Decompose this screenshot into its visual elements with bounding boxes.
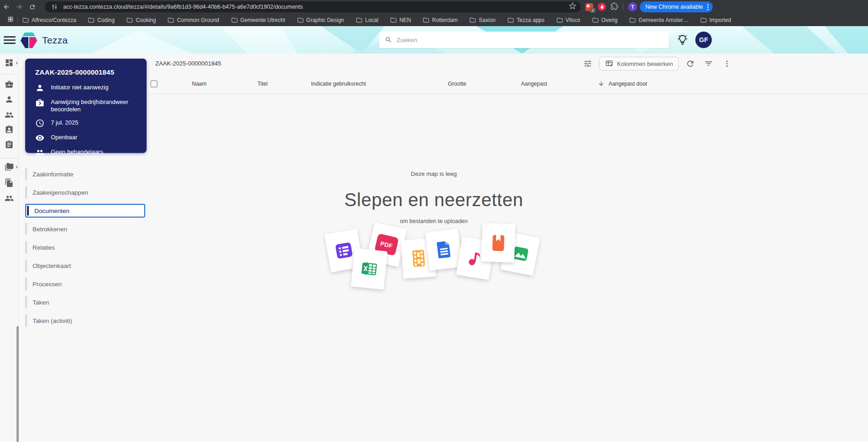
refresh-icon[interactable]	[26, 0, 38, 13]
column-header-indicatie[interactable]: Indicatie gebruiksrecht	[311, 81, 366, 87]
bookmark-folder[interactable]: Rotterdam	[423, 17, 458, 23]
document-file-card	[425, 229, 463, 271]
column-header-aangepast-door[interactable]: Aangepast door	[609, 81, 648, 87]
documents-icon[interactable]	[5, 178, 14, 189]
site-info-icon[interactable]	[49, 2, 60, 12]
dashboard-icon[interactable]	[5, 58, 14, 69]
nav-item-documenten[interactable]: Documenten	[25, 204, 145, 218]
case-visibility-row: Openbaar	[35, 134, 137, 142]
form-file-icon	[333, 240, 355, 262]
browser-profile-avatar[interactable]: T	[628, 2, 637, 11]
forward-icon[interactable]	[13, 0, 26, 13]
bookmark-folder[interactable]: Coding	[88, 17, 115, 23]
more-options-icon[interactable]	[720, 57, 734, 71]
bookmark-folder[interactable]: Cooking	[126, 17, 156, 23]
extension-red-icon[interactable]: 2	[585, 3, 593, 11]
people-icon[interactable]	[5, 110, 14, 121]
nav-item-taken-activiti[interactable]: Taken (activiti)	[25, 314, 145, 327]
case-section-nav: Zaakinformatie Zaakeigenschappen Documen…	[25, 167, 145, 332]
case-task-row: Aanwijzing bedrijfsbrandweer beoordelen	[35, 98, 137, 113]
bookmark-folder[interactable]: Vlisco	[557, 17, 580, 23]
bookmark-folder[interactable]: Local	[356, 17, 378, 23]
video-file-icon	[409, 248, 429, 269]
assignment-person-icon[interactable]	[5, 125, 14, 136]
column-header-titel[interactable]: Titel	[257, 81, 267, 87]
folders-icon[interactable]	[5, 162, 14, 173]
team-icon[interactable]	[5, 194, 14, 205]
chrome-menu-icon[interactable]	[706, 4, 710, 10]
documents-toolbar: ZAAK-2025-0000001845 Kolommen bewerken	[147, 54, 868, 74]
expand-folders-chevron-icon[interactable]	[14, 164, 20, 172]
bookmark-folder[interactable]: Graphic Design	[297, 17, 344, 23]
workspace: ZAAK-2025-0000001845 Initiator niet aanw…	[0, 54, 868, 442]
bookmark-folder[interactable]: Saxion	[469, 17, 496, 23]
breadcrumb[interactable]: ZAAK-2025-0000001845	[155, 60, 221, 67]
bookmark-folder[interactable]: Tezza apps	[508, 17, 545, 23]
scrollbar-thumb[interactable]	[16, 326, 19, 442]
filter-list-icon[interactable]	[702, 57, 715, 71]
apps-grid-icon[interactable]	[7, 16, 14, 24]
extension-badge: 2	[590, 8, 595, 13]
nav-item-zaakinformatie[interactable]: Zaakinformatie	[25, 167, 145, 181]
empty-folder-message: Deze map is leeg	[147, 170, 720, 177]
cases-icon[interactable]	[5, 80, 14, 91]
address-bar[interactable]: acc-tezza.contezza.cloud/tezza/#/details…	[45, 1, 581, 12]
assignment-icon[interactable]	[5, 140, 14, 151]
column-header-aangepast[interactable]: Aangepast	[521, 81, 547, 87]
nav-item-objectenkaart[interactable]: Objectenkaart	[25, 259, 145, 273]
edit-columns-button[interactable]: Kolommen bewerken	[599, 57, 679, 71]
back-icon[interactable]	[0, 0, 13, 13]
search-input[interactable]	[397, 37, 663, 44]
adblock-hand-icon[interactable]	[598, 3, 606, 11]
screen: acc-tezza.contezza.cloud/tezza/#/details…	[0, 0, 868, 442]
column-header-grootte[interactable]: Grootte	[448, 81, 466, 87]
bookmark-folder[interactable]: Gemeente Amster…	[629, 17, 688, 23]
user-avatar[interactable]: GF	[695, 32, 712, 48]
people-icon	[35, 148, 44, 157]
divider	[0, 158, 19, 158]
chrome-update-pill[interactable]: New Chrome available	[640, 1, 713, 12]
divider	[17, 17, 18, 23]
case-initiator-label: Initiator niet aanwezig	[51, 84, 109, 91]
column-header-naam[interactable]: Naam	[192, 81, 207, 87]
case-date-label: 7 jul. 2025	[51, 119, 78, 126]
bookmark-folder[interactable]: Gemeente Utrecht	[231, 17, 285, 23]
bookmark-folder[interactable]: Common Ground	[168, 17, 219, 23]
case-task-label: Aanwijzing bedrijfsbrandweer beoordelen	[51, 98, 137, 113]
bookmark-folder[interactable]: Imported	[700, 17, 731, 23]
person-icon[interactable]	[5, 95, 14, 106]
tezza-logo-icon	[20, 31, 38, 49]
refresh-list-icon[interactable]	[683, 57, 697, 71]
sort-descending-icon[interactable]	[598, 80, 605, 89]
bookmark-folder[interactable]: Overig	[592, 17, 617, 23]
book-file-card	[481, 223, 516, 262]
book-file-icon	[488, 233, 508, 252]
search-icon	[385, 36, 392, 44]
brand[interactable]: Tezza	[20, 31, 68, 49]
browser-toolbar: acc-tezza.contezza.cloud/tezza/#/details…	[0, 0, 868, 14]
nav-item-zaakeigenschappen[interactable]: Zaakeigenschappen	[25, 186, 145, 199]
edit-columns-icon	[605, 60, 613, 68]
left-icon-rail	[0, 54, 19, 442]
bookmark-star-icon[interactable]	[569, 2, 576, 11]
empty-state: Deze map is leeg Slepen en neerzetten om…	[147, 170, 720, 224]
nav-item-taken[interactable]: Taken	[25, 295, 145, 309]
extensions-icon[interactable]	[611, 2, 618, 12]
menu-icon[interactable]	[4, 34, 16, 45]
bookmark-folder[interactable]: Alfresco/Contezza	[22, 17, 76, 23]
lightbulb-icon[interactable]	[677, 34, 688, 48]
nav-item-betrokkenen[interactable]: Betrokkenen	[25, 222, 145, 236]
bookmark-folder[interactable]: NEN	[390, 17, 411, 23]
select-all-checkbox[interactable]	[150, 80, 158, 87]
task-icon	[35, 98, 44, 107]
expand-dashboard-chevron-icon[interactable]	[14, 60, 20, 68]
url-text[interactable]: acc-tezza.contezza.cloud/tezza/#/details…	[63, 4, 565, 10]
nav-item-relaties[interactable]: Relaties	[25, 240, 145, 254]
nav-item-processen[interactable]: Processen	[25, 277, 145, 291]
divider	[0, 74, 19, 74]
filter-settings-icon[interactable]	[581, 57, 595, 71]
case-date-row: 7 jul. 2025	[35, 119, 137, 128]
search-box[interactable]	[379, 32, 669, 48]
document-file-icon	[433, 239, 455, 261]
case-id-title: ZAAK-2025-0000001845	[35, 68, 137, 76]
